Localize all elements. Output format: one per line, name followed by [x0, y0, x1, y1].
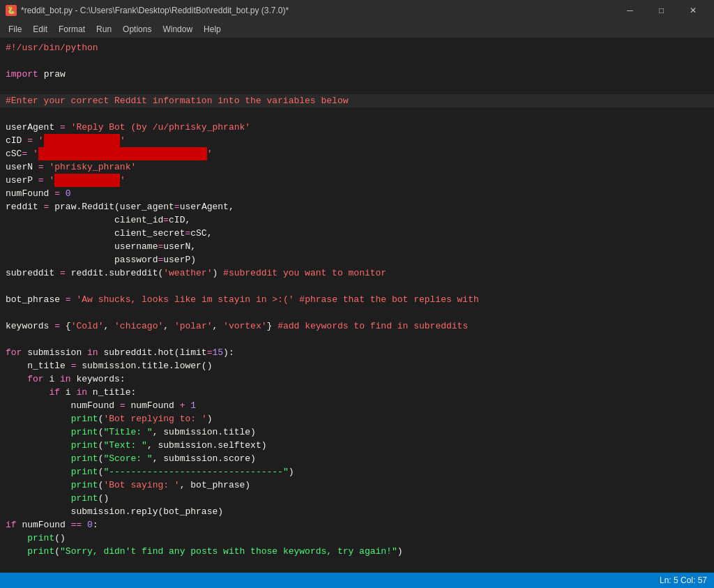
code-line: userN = 'phrisky_phrank'	[0, 160, 714, 174]
code-line	[0, 571, 714, 573]
cursor-position: Ln: 5 Col: 57	[660, 575, 707, 585]
code-line: print("Text: ", submission.selftext)	[0, 439, 714, 452]
menubar: File Edit Format Run Options Window Help	[0, 21, 714, 38]
code-line: numFound = numFound + 1	[0, 399, 714, 412]
code-line: print("Sorry, didn't find any posts with…	[0, 545, 714, 558]
code-line: print("Title: ", submission.title)	[0, 425, 714, 439]
code-line: client_id=cID,	[0, 213, 714, 227]
code-line	[0, 306, 714, 319]
code-line: print("--------------------------------"…	[0, 465, 714, 478]
titlebar: 🐍 *reddit_bot.py - C:\Users\Frank\Deskto…	[0, 0, 714, 21]
code-line	[0, 558, 714, 571]
code-line: print('Bot replying to: ')	[0, 412, 714, 425]
code-line	[0, 54, 714, 68]
code-line	[0, 333, 714, 346]
code-line: reddit = praw.Reddit(user_agent=userAgen…	[0, 200, 714, 213]
menu-run[interactable]: Run	[91, 21, 117, 38]
code-editor[interactable]: #!/usr/bin/python import praw #Enter you…	[0, 38, 714, 573]
code-line: numFound = 0	[0, 187, 714, 200]
menu-help[interactable]: Help	[198, 21, 227, 38]
code-line	[0, 81, 714, 94]
code-line: username=userN,	[0, 240, 714, 253]
code-line: print()	[0, 492, 714, 505]
code-line: for i in keywords:	[0, 372, 714, 386]
statusbar: Ln: 5 Col: 57	[0, 573, 714, 588]
code-line: userP = '____________'	[0, 174, 714, 187]
code-line: keywords = {'Cold', 'chicago', 'polar', …	[0, 319, 714, 333]
window-title: *reddit_bot.py - C:\Users\Frank\Desktop\…	[21, 6, 289, 15]
code-line: import praw	[0, 68, 714, 81]
menu-format[interactable]: Format	[53, 21, 91, 38]
menu-options[interactable]: Options	[117, 21, 157, 38]
code-line: cID = '______________'	[0, 134, 714, 147]
code-line: for submission in subreddit.hot(limit=15…	[0, 346, 714, 359]
code-line	[0, 107, 714, 121]
code-line: print()	[0, 532, 714, 545]
titlebar-left: 🐍 *reddit_bot.py - C:\Users\Frank\Deskto…	[6, 5, 289, 16]
menu-file[interactable]: File	[3, 21, 27, 38]
code-line: submission.reply(bot_phrase)	[0, 505, 714, 518]
menu-edit[interactable]: Edit	[27, 21, 53, 38]
code-line: password=userP)	[0, 253, 714, 266]
maximize-button[interactable]: □	[646, 0, 677, 21]
minimize-button[interactable]: ─	[614, 0, 646, 21]
app-icon: 🐍	[6, 5, 17, 16]
code-line: print("Score: ", submission.score)	[0, 452, 714, 465]
code-line: userAgent = 'Reply Bot (by /u/phrisky_ph…	[0, 121, 714, 134]
code-line: #!/usr/bin/python	[0, 41, 714, 54]
code-line: n_title = submission.title.lower()	[0, 359, 714, 372]
code-line: bot_phrase = 'Aw shucks, looks like im s…	[0, 293, 714, 306]
code-line	[0, 280, 714, 293]
code-line: client_secret=cSC,	[0, 227, 714, 240]
window-controls[interactable]: ─ □ ✕	[614, 0, 708, 21]
close-button[interactable]: ✕	[677, 0, 708, 21]
code-line: print('Bot saying: ', bot_phrase)	[0, 478, 714, 492]
code-line: if numFound == 0:	[0, 518, 714, 532]
code-line: if i in n_title:	[0, 386, 714, 399]
code-line: cSC= '_______________________________'	[0, 147, 714, 160]
code-line: #Enter your correct Reddit information i…	[0, 94, 714, 107]
menu-window[interactable]: Window	[157, 21, 198, 38]
code-line: subreddit = reddit.subreddit('weather') …	[0, 266, 714, 280]
